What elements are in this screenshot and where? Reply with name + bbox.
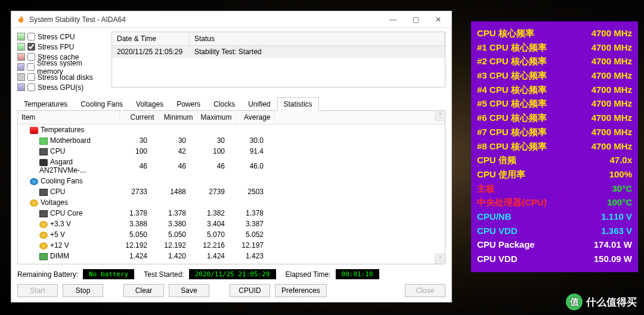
hwinfo-row: #5 CPU 核心频率4700 MHz [477, 96, 632, 111]
hwinfo-value: 4700 MHz [592, 125, 632, 139]
row-5v[interactable]: +5 V5.0505.0505.0705.052 [18, 229, 445, 240]
row-dimm-v[interactable]: DIMM1.4241.4201.4241.423 [18, 251, 445, 261]
row-cpu-core-v[interactable]: CPU Core1.3781.3781.3821.378 [18, 208, 445, 219]
thermometer-icon [30, 127, 38, 134]
hwinfo-row: CPU/NB1.110 V [477, 210, 632, 224]
tab-powers[interactable]: Powers [170, 97, 207, 111]
hwinfo-value: 4700 MHz [592, 96, 632, 111]
hwinfo-row: #7 CPU 核心频率4700 MHz [477, 125, 632, 139]
section-temperatures[interactable]: Temperatures [18, 124, 445, 136]
hwinfo-label: CPU Package [477, 238, 535, 252]
hwinfo-label: #3 CPU 核心频率 [477, 68, 547, 83]
hwinfo-panel: CPU 核心频率4700 MHz#1 CPU 核心频率4700 MHz#2 CP… [471, 21, 638, 272]
tab-clocks[interactable]: Clocks [207, 97, 242, 111]
aida64-window: System Stability Test - AIDA64 — ▢ ✕ Str… [11, 11, 452, 302]
tab-voltages[interactable]: Voltages [129, 97, 170, 111]
hwinfo-row: #1 CPU 核心频率4700 MHz [477, 40, 632, 55]
hwinfo-row: 中央处理器(CPU)100°C [477, 195, 632, 210]
hwinfo-label: CPU VDD [477, 252, 518, 266]
hwinfo-label: #1 CPU 核心频率 [477, 40, 547, 55]
stress-fpu-checkbox[interactable] [27, 43, 35, 51]
log-head-date[interactable]: Date & Time [112, 32, 190, 45]
window-title: System Stability Test - AIDA64 [29, 15, 382, 24]
hwinfo-label: CPU 核心频率 [477, 26, 534, 40]
hwinfo-value: 1.363 V [601, 224, 632, 238]
scroll-up-button[interactable]: ˄ [435, 111, 445, 121]
stress-memory-checkbox[interactable] [27, 63, 35, 71]
hwinfo-value: 4700 MHz [592, 26, 632, 40]
hwinfo-label: CPU/NB [477, 210, 512, 224]
memory-icon [17, 63, 24, 71]
hwinfo-value: 174.01 W [594, 238, 632, 252]
elapsed-value: 00:01:10 [336, 269, 379, 279]
row-cpu-fan[interactable]: CPU2733148827392503 [18, 186, 445, 197]
stress-gpu-checkbox[interactable] [27, 83, 35, 91]
nvme-icon [39, 159, 48, 166]
hwinfo-label: #7 CPU 核心频率 [477, 125, 547, 139]
row-nvme-temp[interactable]: Asgard AN2TNVMe-...46464646.0 [18, 157, 445, 176]
cpu-icon [17, 33, 25, 40]
start-button[interactable]: Start [17, 284, 58, 297]
hwinfo-row: CPU VDD1.363 V [477, 224, 632, 238]
hwinfo-row: #6 CPU 核心频率4700 MHz [477, 111, 632, 125]
col-current[interactable]: Current [119, 111, 158, 124]
hwinfo-value: 4700 MHz [592, 83, 632, 97]
hwinfo-value: 4700 MHz [592, 40, 632, 55]
col-maximum[interactable]: Maximum [197, 111, 236, 124]
row-motherboard[interactable]: Motherboard30303030.0 [18, 135, 445, 146]
voltage-icon [39, 242, 48, 249]
hwinfo-row: CPU Package174.01 W [477, 238, 632, 252]
cpu-chip-icon [39, 210, 48, 217]
fan-icon [30, 178, 38, 185]
test-started-label: Test Started: [144, 270, 184, 279]
log-row[interactable]: 2020/11/25 21:05:29 Stability Test: Star… [112, 46, 445, 58]
event-log: Date & Time Status 2020/11/25 21:05:29 S… [112, 32, 445, 88]
hwinfo-value: 4700 MHz [592, 139, 632, 154]
fpu-icon [17, 43, 25, 51]
watermark-text: 什么值得买 [586, 295, 637, 309]
hwinfo-value: 30°C [612, 182, 632, 196]
battery-value: No battery [83, 269, 134, 279]
section-voltages[interactable]: Voltages [18, 197, 445, 208]
hwinfo-row: CPU 核心频率4700 MHz [477, 26, 632, 40]
hwinfo-row: CPU VDD150.09 W [477, 252, 632, 266]
hwinfo-row: #4 CPU 核心频率4700 MHz [477, 83, 632, 97]
close-button[interactable]: ✕ [428, 13, 449, 26]
tab-statistics[interactable]: Statistics [277, 97, 319, 111]
log-head-status[interactable]: Status [190, 32, 445, 45]
minimize-button[interactable]: — [382, 13, 404, 26]
hwinfo-label: #6 CPU 核心频率 [477, 111, 547, 125]
section-cooling-fans[interactable]: Cooling Fans [18, 176, 445, 186]
hwinfo-value: 150.09 W [594, 252, 632, 266]
dimm-icon [39, 253, 48, 260]
disk-icon [17, 73, 25, 81]
hwinfo-label: #5 CPU 核心频率 [477, 96, 547, 111]
voltage-icon [30, 199, 38, 207]
tab-unified[interactable]: Unified [242, 97, 277, 111]
row-cpu-temp[interactable]: CPU1004210091.4 [18, 146, 445, 157]
stress-cpu-checkbox[interactable] [27, 33, 35, 40]
title-bar[interactable]: System Stability Test - AIDA64 — ▢ ✕ [11, 11, 451, 28]
stop-button[interactable]: Stop [63, 284, 103, 297]
cache-icon [17, 53, 25, 61]
tab-cooling-fans[interactable]: Cooling Fans [74, 97, 129, 111]
motherboard-icon [39, 138, 48, 145]
preferences-button[interactable]: Preferences [275, 284, 327, 297]
scroll-down-button[interactable]: ˅ [435, 254, 445, 264]
col-average[interactable]: Average [236, 111, 274, 124]
cpuid-button[interactable]: CPUID [230, 284, 270, 297]
hwinfo-value: 47.0x [609, 153, 632, 167]
hwinfo-label: CPU VDD [477, 224, 518, 238]
col-minimum[interactable]: Minimum [158, 111, 197, 124]
close-window-button[interactable]: Close [405, 284, 445, 297]
tab-temperatures[interactable]: Temperatures [17, 97, 74, 111]
clear-button[interactable]: Clear [123, 284, 164, 297]
stress-disk-checkbox[interactable] [27, 73, 35, 81]
maximize-button[interactable]: ▢ [405, 13, 426, 26]
stress-cache-checkbox[interactable] [27, 53, 35, 61]
watermark: 值 什么值得买 [566, 294, 637, 310]
row-3v3[interactable]: +3.3 V3.3883.3803.4043.387 [18, 219, 445, 229]
col-item[interactable]: Item [18, 111, 119, 124]
save-button[interactable]: Save [169, 284, 209, 297]
row-12v[interactable]: +12 V12.19212.19212.21612.197 [18, 240, 445, 251]
